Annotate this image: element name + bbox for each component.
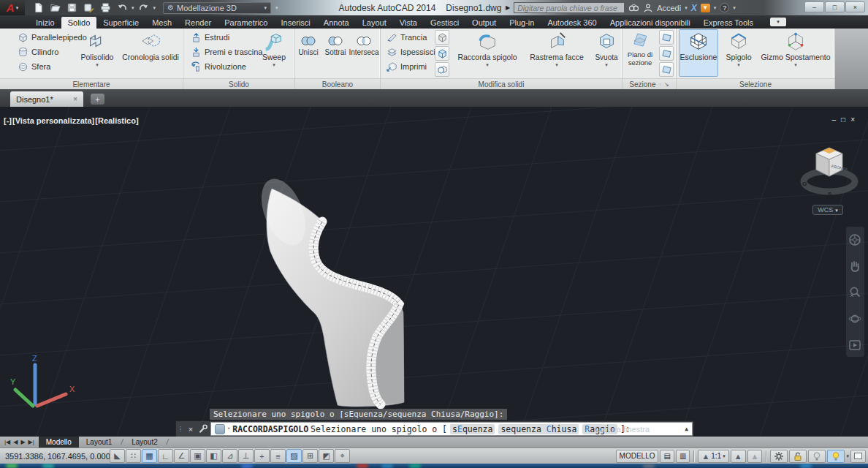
- coordinates-readout[interactable]: 3591.3386, 1067.4695, 0.0000: [0, 452, 110, 461]
- sweep-button[interactable]: Sweep▾: [256, 29, 292, 77]
- command-grip-icon[interactable]: ⁞: [176, 421, 185, 437]
- separa-solidi-button[interactable]: [435, 30, 449, 45]
- save-as-button[interactable]: [81, 1, 96, 14]
- sottrai-button[interactable]: Sottrai: [321, 29, 349, 77]
- new-drawing-tab-button[interactable]: +: [91, 94, 104, 105]
- vp-restore-icon[interactable]: □: [841, 116, 845, 124]
- object-snap-tracking-toggle[interactable]: ⊿: [222, 449, 237, 463]
- next-tab-icon[interactable]: ▶: [20, 439, 25, 445]
- tab-mesh[interactable]: Mesh: [145, 17, 178, 29]
- interseca-button[interactable]: Interseca: [348, 29, 380, 77]
- command-input[interactable]: ▾ RACCORDASPIGOLO Selezionare uno spigol…: [210, 422, 693, 436]
- quick-view-layouts-button[interactable]: ▤: [660, 450, 674, 463]
- workspace-dropdown[interactable]: ⚙ Modellazione 3D ▾: [163, 2, 271, 14]
- spigolo-button[interactable]: Spigolo▾: [722, 29, 755, 77]
- viewport-view-control[interactable]: [Vista personalizzata]: [12, 116, 94, 125]
- panel-label-elementare[interactable]: Elementare: [0, 78, 183, 89]
- search-icon[interactable]: [628, 2, 639, 13]
- tab-express-tools[interactable]: Express Tools: [697, 17, 760, 29]
- search-input[interactable]: [514, 2, 625, 13]
- premi-e-trascina-button[interactable]: Premi e trascina: [191, 45, 262, 58]
- tab-inizio[interactable]: Inizio: [29, 17, 61, 29]
- drawing-canvas[interactable]: [-] [Vista personalizzata] [Realistico] …: [0, 107, 868, 437]
- ortho-mode-toggle[interactable]: ∟: [158, 449, 173, 463]
- unisci-button[interactable]: Unisci: [296, 29, 321, 77]
- help-icon[interactable]: ?: [720, 3, 729, 12]
- svuota-button[interactable]: Svuota▾: [592, 29, 621, 77]
- tab-autodesk360[interactable]: Autodesk 360: [541, 17, 603, 29]
- tab-gestisci[interactable]: Gestisci: [424, 17, 465, 29]
- dynamic-input-toggle[interactable]: +: [254, 449, 270, 463]
- transparency-toggle[interactable]: ▨: [286, 449, 302, 463]
- command-recent-icon[interactable]: [215, 424, 225, 434]
- restore-button[interactable]: □: [825, 1, 845, 12]
- vp-close-icon[interactable]: ×: [850, 116, 855, 124]
- option-sequenza[interactable]: sEquenza: [450, 424, 495, 434]
- imprimi-button[interactable]: Imprimi: [387, 60, 427, 73]
- command-close-icon[interactable]: ×: [185, 421, 197, 437]
- minimize-button[interactable]: –: [804, 1, 824, 12]
- annotation-monitor-toggle[interactable]: ⌖: [335, 449, 350, 463]
- sign-in-button[interactable]: Accedi: [657, 4, 681, 12]
- tab-solido[interactable]: Solido: [61, 17, 97, 29]
- navigation-wheel-icon[interactable]: [848, 233, 862, 247]
- panel-launcher-icon[interactable]: ↘: [664, 81, 669, 88]
- ispessisci-button[interactable]: Ispessisci: [387, 45, 435, 58]
- gizmo-spostamento-button[interactable]: Gizmo Spostamento▾: [758, 29, 833, 77]
- command-history-icon[interactable]: ▲: [685, 426, 688, 432]
- status-menu-icon[interactable]: ▾: [846, 453, 849, 458]
- panel-label-sezione[interactable]: Sezione ▾ ↘: [623, 78, 676, 89]
- polar-tracking-toggle[interactable]: ∠: [174, 449, 189, 463]
- viewport-visualstyle-control[interactable]: [Realistico]: [95, 116, 138, 125]
- rivoluzione-button[interactable]: Rivoluzione: [191, 60, 246, 73]
- viewport-menu-control[interactable]: [-]: [4, 116, 12, 125]
- esclusione-button[interactable]: Esclusione: [679, 29, 718, 77]
- exchange-apps-icon[interactable]: X: [691, 3, 697, 13]
- customize-wrench-icon[interactable]: [197, 421, 210, 437]
- plot-button[interactable]: [98, 1, 113, 14]
- genera-sezione-button[interactable]: [659, 62, 674, 77]
- dynamic-ucs-toggle[interactable]: ⊥: [238, 449, 254, 463]
- snap-mode-toggle[interactable]: ∷: [126, 449, 141, 463]
- ribbon-collapse-button[interactable]: ▾: [770, 18, 786, 26]
- tab-output[interactable]: Output: [465, 17, 503, 29]
- file-tab-close-icon[interactable]: ×: [73, 95, 77, 103]
- polisolido-button[interactable]: Polisolido▾: [77, 29, 117, 77]
- cilindro-button[interactable]: Cilindro: [18, 45, 58, 58]
- tab-applicazioni[interactable]: Applicazioni disponibili: [604, 17, 697, 29]
- tab-plugin[interactable]: Plug-in: [503, 17, 541, 29]
- 3d-object-snap-toggle[interactable]: ◧: [206, 449, 221, 463]
- tab-annota[interactable]: Annota: [317, 17, 356, 29]
- vp-minimize-icon[interactable]: –: [832, 116, 837, 124]
- sfera-button[interactable]: Sfera: [18, 60, 50, 73]
- undo-button[interactable]: [115, 1, 129, 14]
- panel-label-modifica-solidi[interactable]: Modifica solidi: [381, 78, 622, 89]
- compass-west-label[interactable]: O: [802, 181, 807, 187]
- hardware-acceleration-button[interactable]: [827, 450, 845, 463]
- panel-label-booleano[interactable]: Booleano: [295, 78, 380, 89]
- save-button[interactable]: [64, 1, 79, 14]
- tab-layout[interactable]: Layout: [356, 17, 393, 29]
- tab-parametrico[interactable]: Parametrico: [218, 17, 274, 29]
- quick-view-drawings-button[interactable]: ▥: [676, 450, 690, 463]
- showmotion-icon[interactable]: [848, 338, 862, 352]
- tab-vista[interactable]: Vista: [393, 17, 424, 29]
- option-sequenza-chiusa[interactable]: sequenza Chiusa: [498, 424, 579, 434]
- wcs-dropdown[interactable]: WCS ▾: [812, 205, 843, 215]
- tab-layout1[interactable]: Layout1: [79, 437, 120, 448]
- app-menu-button[interactable]: A ▾: [0, 0, 25, 15]
- infocenter-arrow-icon[interactable]: ▶: [506, 4, 510, 11]
- communication-center-icon[interactable]: ▼: [701, 4, 710, 12]
- sign-in-dropdown-icon[interactable]: ▾: [685, 5, 688, 10]
- workspace-switching-button[interactable]: [770, 450, 788, 463]
- file-tab-disegno1[interactable]: Disegno1* ×: [10, 91, 83, 107]
- trancia-button[interactable]: Trancia: [387, 31, 427, 44]
- first-tab-icon[interactable]: |◀: [4, 439, 10, 445]
- comm-dropdown-icon[interactable]: ▾: [714, 5, 717, 10]
- lineweight-toggle[interactable]: ≡: [270, 449, 286, 463]
- qat-customize-icon[interactable]: ▾: [275, 5, 278, 10]
- panel-label-solido[interactable]: Solido: [183, 78, 294, 89]
- rastrema-facce-button[interactable]: Rastrema facce▾: [524, 29, 590, 77]
- chevron-down-icon[interactable]: ▾: [227, 426, 230, 431]
- sezione-attiva-button[interactable]: [659, 30, 674, 45]
